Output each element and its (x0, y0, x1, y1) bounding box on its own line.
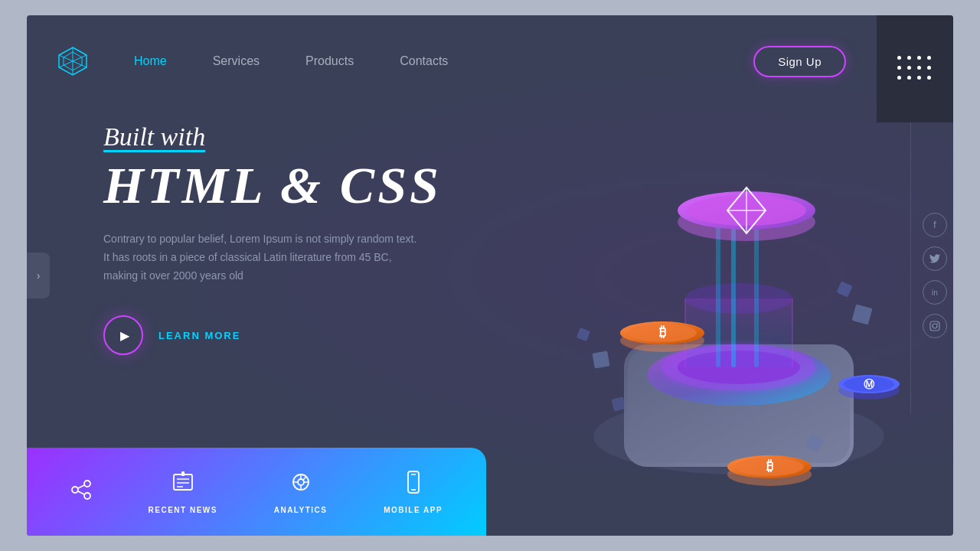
svg-rect-41 (611, 396, 626, 412)
play-icon: ▶ (120, 328, 129, 343)
facebook-icon[interactable]: f (923, 213, 947, 237)
svg-rect-38 (592, 350, 609, 368)
mobile-app-icon (401, 470, 426, 500)
linkedin-icon[interactable]: in (923, 280, 947, 305)
hero-description: Contrary to popular belief, Lorem Ipsum … (103, 230, 425, 285)
svg-line-58 (303, 477, 306, 480)
analytics-icon (289, 470, 313, 500)
logo[interactable] (57, 46, 88, 77)
svg-point-63 (933, 324, 937, 328)
mobile-app-label: MOBILE APP (384, 506, 443, 514)
nav-contacts[interactable]: Contacts (400, 54, 448, 68)
svg-point-53 (298, 479, 304, 485)
svg-rect-36 (852, 305, 873, 325)
svg-line-45 (78, 485, 84, 488)
svg-line-46 (78, 491, 84, 494)
social-sidebar: f in (923, 213, 953, 338)
svg-text:Ⓜ: Ⓜ (864, 378, 875, 390)
nav-home[interactable]: Home (134, 54, 167, 68)
svg-point-44 (84, 493, 90, 499)
svg-text:₿: ₿ (766, 458, 773, 474)
bottom-item-recent-news[interactable]: RECENT NEWS (149, 470, 217, 514)
menu-panel (877, 15, 953, 122)
bottom-item-mobile-app[interactable]: MOBILE APP (384, 470, 443, 514)
analytics-label: ANALYTICS (274, 506, 328, 514)
hero-illustration: ₿ ₿ Ⓜ (479, 61, 923, 490)
recent-news-icon (171, 470, 195, 500)
instagram-icon[interactable] (923, 314, 947, 338)
left-arrow-toggle[interactable]: › (27, 253, 50, 298)
bottom-item-analytics[interactable]: ANALYTICS (274, 470, 328, 514)
right-divider (910, 122, 911, 413)
play-button[interactable]: ▶ (103, 315, 143, 355)
bottom-bar-items: RECENT NEWS ANALYTI (27, 470, 486, 514)
svg-rect-39 (577, 328, 590, 341)
nav-products[interactable]: Products (305, 54, 354, 68)
dots-grid-icon[interactable] (897, 56, 933, 82)
svg-rect-47 (174, 474, 192, 490)
svg-point-64 (937, 323, 939, 324)
share-icon[interactable] (70, 479, 92, 505)
twitter-icon[interactable] (923, 246, 947, 271)
nav-links: Home Services Products Contacts (134, 54, 753, 68)
chevron-right-icon: › (37, 269, 41, 282)
recent-news-label: RECENT NEWS (149, 506, 217, 514)
signup-button[interactable]: Sign Up (753, 46, 846, 77)
bottom-bar: RECENT NEWS ANALYTI (27, 448, 486, 536)
svg-point-43 (72, 487, 78, 493)
navbar: Home Services Products Contacts Sign Up (27, 15, 877, 107)
svg-text:₿: ₿ (659, 324, 666, 340)
svg-rect-62 (930, 321, 939, 331)
svg-point-42 (84, 481, 90, 487)
svg-rect-37 (836, 281, 852, 297)
svg-rect-51 (181, 471, 185, 476)
nav-services[interactable]: Services (213, 54, 260, 68)
learn-more-link[interactable]: LEARN MORE (158, 330, 240, 341)
